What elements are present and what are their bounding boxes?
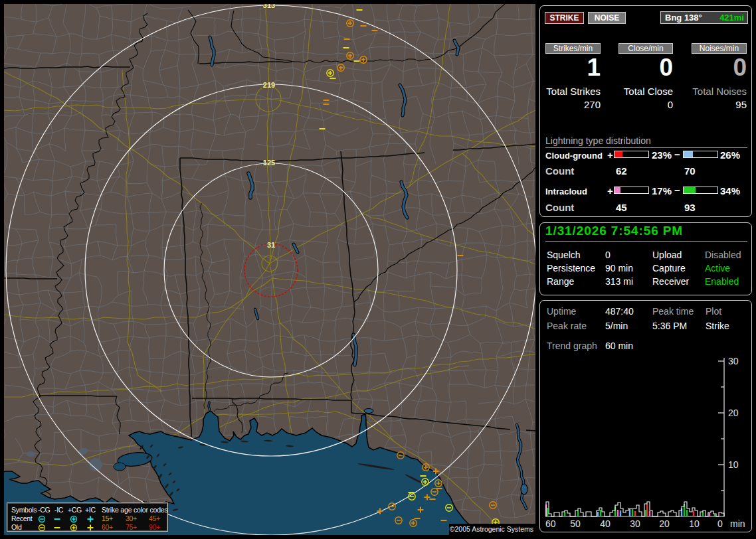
svg-text:30: 30 — [728, 356, 739, 366]
svg-text:30: 30 — [630, 518, 640, 529]
svg-text:20: 20 — [728, 408, 739, 418]
svg-text:50: 50 — [570, 518, 581, 529]
svg-text:0: 0 — [717, 518, 723, 529]
svg-text:min: min — [730, 518, 745, 529]
svg-text:219: 219 — [263, 81, 275, 89]
svg-text:20: 20 — [659, 518, 670, 529]
svg-text:313: 313 — [263, 4, 275, 9]
svg-text:40: 40 — [600, 518, 611, 529]
svg-text:31: 31 — [267, 241, 275, 249]
svg-text:10: 10 — [689, 518, 700, 529]
svg-text:10: 10 — [728, 459, 739, 470]
svg-text:125: 125 — [263, 159, 275, 167]
svg-text:60: 60 — [545, 518, 556, 529]
